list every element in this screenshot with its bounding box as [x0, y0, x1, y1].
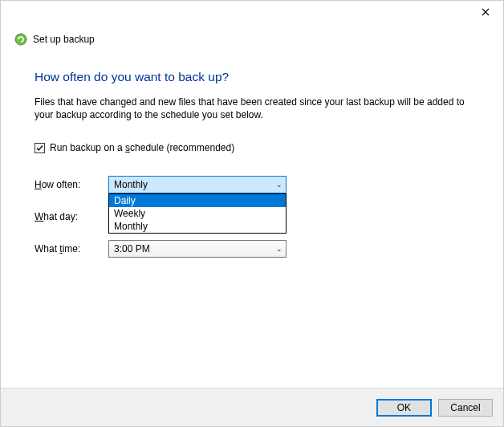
ok-button[interactable]: OK — [376, 399, 432, 417]
window-title: Set up backup — [33, 34, 95, 45]
page-heading: How often do you want to back up? — [35, 70, 469, 84]
cancel-button[interactable]: Cancel — [438, 399, 493, 417]
window-header: Set up backup — [1, 26, 503, 46]
what-time-label: What time: — [35, 243, 108, 254]
schedule-checkbox[interactable] — [35, 143, 45, 153]
page-description: Files that have changed and new files th… — [35, 96, 469, 121]
chevron-down-icon: ⌄ — [276, 181, 282, 189]
option-monthly[interactable]: Monthly — [109, 220, 286, 233]
backup-wizard-window: Set up backup How often do you want to b… — [0, 0, 504, 427]
schedule-checkbox-row: Run backup on a schedule (recommended) — [35, 142, 469, 153]
how-often-combo[interactable]: Monthly ⌄ Daily Weekly Monthly — [108, 176, 287, 193]
what-time-row: What time: 3:00 PM ⌄ — [35, 240, 469, 258]
how-often-dropdown: Daily Weekly Monthly — [108, 193, 287, 234]
checkmark-icon — [35, 144, 44, 152]
how-often-value: Monthly — [114, 179, 148, 190]
titlebar — [1, 1, 503, 26]
how-often-row: How often: Monthly ⌄ Daily Weekly Monthl… — [35, 176, 469, 193]
close-button[interactable] — [467, 1, 503, 23]
option-weekly[interactable]: Weekly — [109, 207, 286, 220]
close-icon — [482, 8, 490, 16]
backup-icon — [14, 33, 27, 46]
option-daily[interactable]: Daily — [109, 194, 286, 207]
what-time-value: 3:00 PM — [114, 243, 150, 254]
what-time-combo[interactable]: 3:00 PM ⌄ — [108, 240, 287, 258]
chevron-down-icon: ⌄ — [276, 245, 282, 253]
schedule-checkbox-label[interactable]: Run backup on a schedule (recommended) — [50, 142, 234, 153]
what-day-label: What day: — [35, 211, 108, 222]
how-often-label: How often: — [35, 179, 108, 190]
content-area: How often do you want to back up? Files … — [1, 46, 503, 258]
button-bar: OK Cancel — [1, 388, 503, 426]
svg-point-0 — [15, 34, 26, 45]
